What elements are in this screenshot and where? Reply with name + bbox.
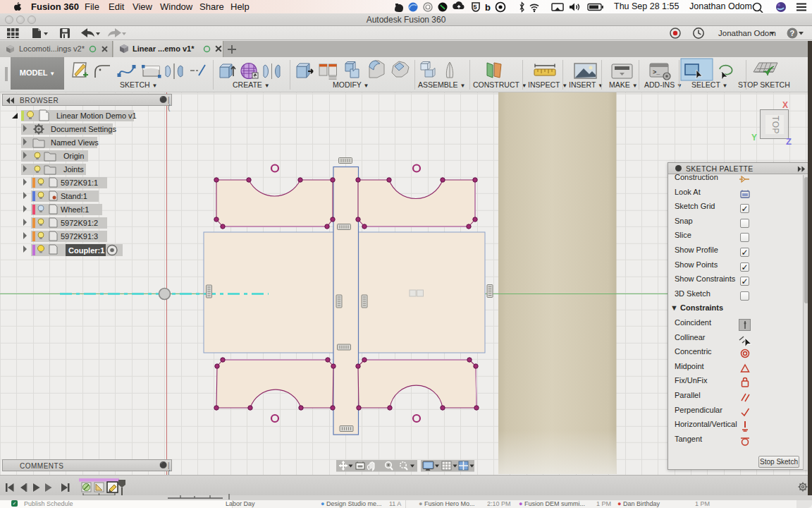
svg-text:Coupler:1: Coupler:1 xyxy=(68,246,104,255)
svg-text:5972K91:2: 5972K91:2 xyxy=(61,219,98,227)
svg-text:Wheel:1: Wheel:1 xyxy=(61,205,89,214)
svg-text:Origin: Origin xyxy=(63,152,84,160)
svg-text:Linear Motion Demo v1: Linear Motion Demo v1 xyxy=(56,111,137,120)
svg-text:Document Settings: Document Settings xyxy=(51,125,116,133)
svg-text:5972K91:1: 5972K91:1 xyxy=(61,179,98,187)
svg-text:?: ? xyxy=(790,29,795,37)
svg-text:Named Views: Named Views xyxy=(51,138,99,147)
svg-text:Stand:1: Stand:1 xyxy=(61,192,87,200)
svg-text:b: b xyxy=(485,2,491,13)
svg-text:Joints: Joints xyxy=(63,165,84,174)
svg-text:Jonathan Odom: Jonathan Odom xyxy=(718,29,776,37)
svg-text:5972K91:3: 5972K91:3 xyxy=(61,232,98,241)
svg-text:>_: >_ xyxy=(653,68,660,75)
svg-text:5: 5 xyxy=(474,4,477,11)
